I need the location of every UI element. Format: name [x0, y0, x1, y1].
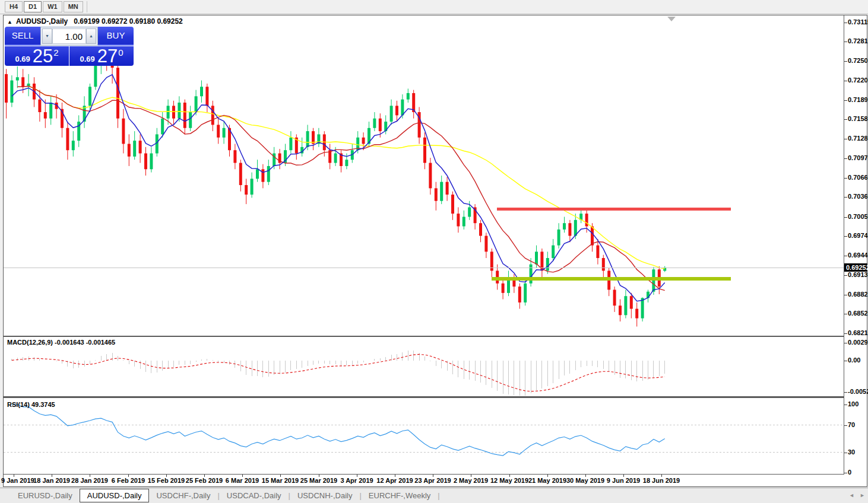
price-axis-label: 0.68520 [848, 310, 868, 317]
price-axis-tick [844, 197, 847, 198]
time-axis-label: 18 Jun 2019 [643, 477, 680, 484]
macd-axis-tick [844, 361, 847, 361]
pane-separator [4, 474, 844, 475]
price-axis-label: 0.73115 [848, 18, 868, 26]
sell-price-display[interactable]: 0.69 25 2 [5, 46, 69, 66]
resistance-trendline[interactable] [497, 208, 731, 211]
price-axis-label: 0.71280 [848, 135, 868, 142]
chart-tab-eurchf-weekly[interactable]: EURCHF-,Weekly [362, 489, 438, 502]
symbol-tab-bar: EURUSD-,DailyAUDUSD-,DailyUSDCHF-,Daily|… [0, 488, 868, 503]
price-axis-label: 0.70360 [848, 193, 868, 200]
price-axis-tick [844, 42, 847, 42]
tab-scroll-right-icon[interactable]: ► [860, 492, 865, 498]
time-axis-label: 25 Feb 2019 [186, 477, 223, 484]
time-axis-label: 12 Apr 2019 [376, 477, 413, 484]
price-axis-tick [844, 178, 847, 179]
timeframe-buttons: H4D1W1MN [5, 1, 84, 12]
price-axis-tick [844, 158, 847, 159]
price-axis-tick [844, 333, 847, 334]
current-price-badge: 0.69252 [844, 263, 867, 272]
price-axis-tick [844, 119, 847, 120]
chart-tab-usdcad-daily[interactable]: USDCAD-,Daily [220, 489, 289, 502]
price-axis-tick [844, 275, 847, 276]
macd-label: MACD(12,26,9) -0.001643 -0.001465 [7, 339, 115, 346]
price-axis-label: 0.68825 [848, 291, 868, 298]
price-axis-label: 0.68210 [848, 329, 868, 336]
pane-separator[interactable] [4, 396, 844, 398]
time-axis-label: 3 Apr 2019 [340, 477, 373, 484]
price-axis-tick [844, 236, 847, 237]
rsi-axis-label: 30 [848, 448, 855, 456]
scroll-to-end-icon[interactable] [667, 17, 676, 21]
rsi-axis-tick [844, 473, 847, 473]
pane-separator[interactable] [4, 336, 844, 337]
volume-increase-button[interactable]: ▲ [86, 28, 96, 44]
price-axis-label: 0.72505 [848, 57, 868, 64]
macd-indicator-pane[interactable] [4, 338, 844, 396]
timeframe-button-w1[interactable]: W1 [43, 1, 62, 12]
price-axis-tick [844, 23, 847, 23]
symbol-tabs: EURUSD-,DailyAUDUSD-,DailyUSDCHF-,Daily|… [11, 489, 440, 502]
rsi-axis-tick [844, 405, 847, 405]
time-axis-label: 28 Jan 2019 [71, 477, 108, 484]
sell-button[interactable]: SELL [5, 27, 40, 46]
buy-button[interactable]: BUY [98, 27, 134, 46]
chart-title: ▲AUDUSD-,Daily0.69199 0.69272 0.69180 0.… [7, 17, 183, 26]
timeframe-button-h4[interactable]: H4 [5, 1, 23, 12]
price-axis-label: 0.69745 [848, 232, 868, 239]
timeframe-button-mn[interactable]: MN [64, 1, 83, 12]
time-axis-label: 23 Apr 2019 [414, 477, 451, 484]
rsi-axis-label: 70 [848, 421, 855, 428]
toolbar-separator [87, 1, 87, 12]
price-axis-tick [844, 295, 847, 295]
price-axis-tick [844, 256, 847, 256]
price-axis-tick [844, 100, 847, 101]
time-axis-label: 18 Jan 2019 [33, 477, 70, 484]
buy-price-pip-digit: 0 [118, 47, 123, 58]
time-axis-label: 12 May 2019 [490, 477, 528, 484]
volume-input[interactable] [52, 28, 86, 44]
chart-tab-audusd-daily[interactable]: AUDUSD-,Daily [80, 489, 150, 502]
price-axis-label: 0.71585 [848, 115, 868, 122]
price-axis-label: 0.72200 [848, 77, 868, 84]
chart-tab-eurusd-daily[interactable]: EURUSD-,Daily [11, 489, 80, 502]
rsi-axis-tick [844, 425, 847, 426]
price-axis-tick [844, 314, 847, 314]
support-trendline[interactable] [492, 277, 731, 281]
time-axis-label: 15 Mar 2019 [262, 477, 299, 484]
price-axis-label: 0.71890 [848, 96, 868, 103]
time-axis-label: 21 May 2019 [528, 477, 566, 484]
chart-tab-usdchf-daily[interactable]: USDCHF-,Daily [149, 489, 217, 502]
price-axis-label: 0.70665 [848, 174, 868, 181]
rsi-axis-label: 100 [848, 400, 859, 408]
one-click-trading-panel: SELL ▼ ▲ BUY 0.69 25 2 0.69 27 0 [5, 27, 134, 66]
sell-price-big-digits: 25 [33, 47, 53, 65]
buy-price-display[interactable]: 0.69 27 0 [69, 46, 134, 66]
rsi-axis-tick [844, 453, 847, 453]
macd-axis-label: 0.002984 [848, 339, 868, 346]
macd-axis-tick [844, 392, 847, 393]
rsi-axis-label: 0 [848, 469, 851, 476]
price-axis-label: 0.70050 [848, 213, 868, 220]
chart-symbol-label: AUDUSD-,Daily [16, 17, 68, 26]
rsi-label: RSI(14) 49.3745 [7, 401, 55, 408]
chart-tab-usdcnh-daily[interactable]: USDCNH-,Daily [290, 489, 359, 502]
price-axis-label: 0.70970 [848, 154, 868, 161]
time-axis-label: 2 May 2019 [454, 477, 488, 484]
time-axis-label: 9 Jun 2019 [607, 477, 640, 484]
panel-collapse-icon[interactable]: ▲ [7, 19, 12, 25]
macd-axis-label: 0.00 [848, 356, 860, 364]
tab-scroll-left-icon[interactable]: ◄ [849, 492, 854, 498]
timeframe-button-d1[interactable]: D1 [24, 1, 42, 12]
price-axis-tick [844, 139, 847, 139]
volume-decrease-button[interactable]: ▼ [42, 28, 52, 44]
rsi-indicator-pane[interactable] [4, 399, 844, 474]
time-axis-label: 6 Feb 2019 [112, 477, 145, 484]
price-axis-divider [844, 15, 844, 475]
tab-separator: | [438, 491, 439, 500]
chart-ohlc-values: 0.69199 0.69272 0.69180 0.69252 [74, 17, 183, 26]
buy-price-prefix: 0.69 [80, 55, 94, 63]
macd-axis-label: -0.005256 [848, 388, 868, 395]
time-axis-label: 25 Mar 2019 [300, 477, 337, 484]
sell-price-prefix: 0.69 [15, 55, 30, 63]
